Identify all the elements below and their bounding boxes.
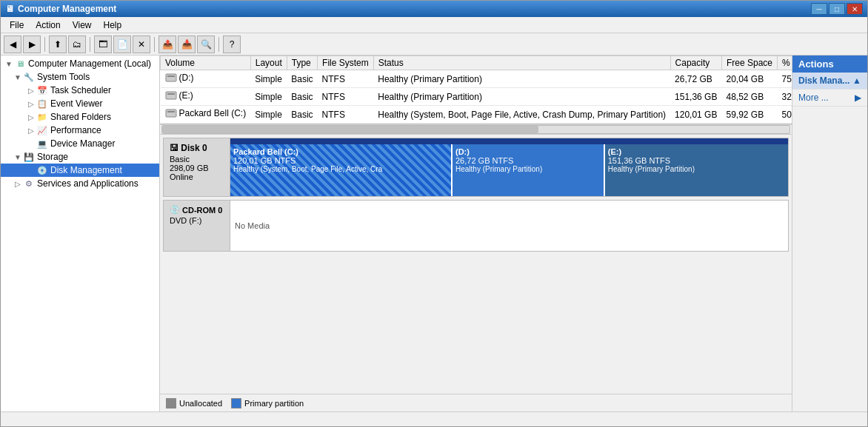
sidebar-item-event-viewer[interactable]: ▷ 📋 Event Viewer <box>1 97 159 110</box>
action-disk-management[interactable]: Disk Mana... ▲ <box>792 73 867 90</box>
disk-0-row: 🖫 Disk 0 Basic 298,09 GB Online Packard … <box>163 138 789 197</box>
search-button[interactable]: 🔍 <box>197 36 215 53</box>
sidebar-label-system-tools: System Tools <box>37 72 90 82</box>
cell-type: Basic <box>287 106 317 124</box>
menu-file[interactable]: File <box>4 19 30 32</box>
partition-d[interactable]: (D:) 26,72 GB NTFS Healthy (Primary Part… <box>453 138 605 196</box>
back-button[interactable]: ◀ <box>4 36 21 53</box>
minimize-button[interactable]: ─ <box>811 3 827 15</box>
svg-rect-5 <box>167 111 175 112</box>
event-icon: 📋 <box>36 98 48 110</box>
cell-filesystem: NTFS <box>318 70 374 88</box>
delete-button[interactable]: ✕ <box>133 36 150 53</box>
expand-icon: ▼ <box>4 60 14 68</box>
cell-filesystem: NTFS <box>318 88 374 106</box>
col-type[interactable]: Type <box>287 56 317 70</box>
scheduler-icon: 📅 <box>36 84 48 96</box>
right-panel: Volume Layout Type File System Status Ca… <box>160 56 867 411</box>
col-capacity[interactable]: Capacity <box>670 56 721 70</box>
cdrom-status: No Media <box>235 221 270 230</box>
menu-action[interactable]: Action <box>30 19 66 32</box>
sidebar-item-storage[interactable]: ▼ 💾 Storage <box>1 150 159 164</box>
partition-c-status: Healthy (System, Boot, Page File, Active… <box>233 165 448 173</box>
action-more-label: More ... <box>798 93 829 103</box>
sidebar-item-task-scheduler[interactable]: ▷ 📅 Task Scheduler <box>1 84 159 97</box>
partition-d-name: (D:) <box>455 147 601 156</box>
disk-0-name: 🖫 Disk 0 <box>170 143 224 153</box>
sidebar-item-shared-folders[interactable]: ▷ 📁 Shared Folders <box>1 110 159 124</box>
cell-volume: Packard Bell (C:) <box>161 106 251 124</box>
legend-unallocated: Unallocated <box>166 398 222 408</box>
disk-0-info: 🖫 Disk 0 Basic 298,09 GB Online <box>164 138 230 196</box>
title-controls: ─ □ ✕ <box>811 3 863 15</box>
main-layout: ▼ 🖥 Computer Management (Local) ▼ 🔧 Syst… <box>1 56 867 411</box>
partition-d-status: Healthy (Primary Partition) <box>455 165 601 173</box>
cell-layout: Simple <box>250 88 287 106</box>
menubar: File Action View Help <box>1 17 867 33</box>
disk-0-partitions: Packard Bell (C:) 120,01 GB NTFS Healthy… <box>230 138 788 196</box>
legend-unallocated-label: Unallocated <box>179 399 222 408</box>
forward-button[interactable]: ▶ <box>23 36 41 53</box>
content-area: Volume Layout Type File System Status Ca… <box>160 56 792 411</box>
properties-button[interactable]: 📄 <box>113 36 131 53</box>
sidebar-item-performance[interactable]: ▷ 📈 Performance <box>1 124 159 137</box>
new-window-button[interactable]: 🗔 <box>94 36 112 53</box>
legend-primary-box <box>231 398 241 408</box>
expand-perf: ▷ <box>26 127 36 135</box>
cell-volume: (E:) <box>161 88 251 106</box>
col-status[interactable]: Status <box>373 56 670 70</box>
cell-status: Healthy (Primary Partition) <box>373 70 670 88</box>
main-window: 🖥 Computer Management ─ □ ✕ File Action … <box>0 0 868 427</box>
sidebar-root[interactable]: ▼ 🖥 Computer Management (Local) <box>1 57 159 70</box>
close-button[interactable]: ✕ <box>847 3 863 15</box>
import-button[interactable]: 📥 <box>178 36 196 53</box>
sidebar-item-services-applications[interactable]: ▷ ⚙ Services and Applications <box>1 177 159 190</box>
legend-unallocated-box <box>166 398 176 408</box>
storage-icon: 💾 <box>23 151 35 163</box>
svg-rect-2 <box>166 92 176 99</box>
disk-0-type: Basic <box>170 155 224 164</box>
sidebar-label-disk-management: Disk Management <box>50 165 122 175</box>
action-more-arrow: ▶ <box>855 93 861 103</box>
maximize-button[interactable]: □ <box>829 3 845 15</box>
action-more[interactable]: More ... ▶ <box>792 90 867 107</box>
help-icon-button[interactable]: ? <box>223 36 241 53</box>
table-row[interactable]: (E:) Simple Basic NTFS Healthy (Primary … <box>161 88 792 106</box>
cell-free-space: 20,04 GB <box>721 70 777 88</box>
col-pct[interactable]: % Free <box>778 56 792 70</box>
toolbar: ◀ ▶ ⬆ 🗂 🗔 📄 ✕ 📤 📥 🔍 ? <box>1 33 867 56</box>
menu-view[interactable]: View <box>67 19 98 32</box>
cell-capacity: 120,01 GB <box>670 106 721 124</box>
sidebar-item-system-tools[interactable]: ▼ 🔧 System Tools <box>1 70 159 84</box>
sidebar-item-device-manager[interactable]: 💻 Device Manager <box>1 137 159 150</box>
cdrom-content: No Media <box>230 201 788 251</box>
col-free[interactable]: Free Space <box>721 56 777 70</box>
partition-e-size: 151,36 GB NTFS <box>608 156 785 165</box>
expand-shared: ▷ <box>26 113 36 121</box>
legend-primary: Primary partition <box>231 398 304 408</box>
col-volume[interactable]: Volume <box>161 56 251 70</box>
show-hide-button[interactable]: 🗂 <box>68 36 86 53</box>
table-row[interactable]: Packard Bell (C:) Simple Basic NTFS Heal… <box>161 106 792 124</box>
cell-layout: Simple <box>250 70 287 88</box>
up-button[interactable]: ⬆ <box>49 36 67 53</box>
statusbar <box>1 411 867 426</box>
sidebar-item-disk-management[interactable]: 💿 Disk Management <box>1 164 159 177</box>
export-button[interactable]: 📤 <box>158 36 176 53</box>
menu-help[interactable]: Help <box>98 19 128 32</box>
partition-e[interactable]: (E:) 151,36 GB NTFS Healthy (Primary Par… <box>605 138 788 196</box>
action-disk-management-arrow: ▲ <box>852 75 861 86</box>
horizontal-scrollbar[interactable] <box>160 124 792 135</box>
cdrom-0-row: 💿 CD-ROM 0 DVD (F:) No Media <box>163 200 789 252</box>
sidebar-label-event-viewer: Event Viewer <box>50 98 102 109</box>
col-filesystem[interactable]: File System <box>318 56 374 70</box>
sidebar-label-services-applications: Services and Applications <box>37 178 138 189</box>
table-row[interactable]: (D:) Simple Basic NTFS Healthy (Primary … <box>161 70 792 88</box>
cell-layout: Simple <box>250 106 287 124</box>
disk-0-status: Online <box>170 172 224 181</box>
partition-c[interactable]: Packard Bell (C:) 120,01 GB NTFS Healthy… <box>230 138 453 196</box>
sidebar-label-shared-folders: Shared Folders <box>50 112 111 122</box>
volume-table-area: Volume Layout Type File System Status Ca… <box>160 56 792 124</box>
col-layout[interactable]: Layout <box>250 56 287 70</box>
sidebar-label-device-manager: Device Manager <box>50 138 115 149</box>
